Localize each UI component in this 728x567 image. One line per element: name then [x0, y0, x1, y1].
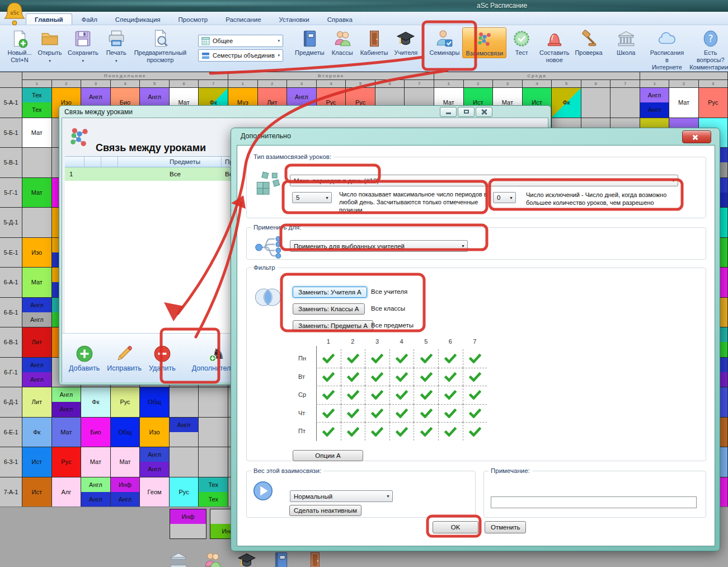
lesson-cell[interactable]: Геом	[140, 477, 170, 508]
lesson-cell[interactable]: АнглАнгл	[140, 447, 170, 477]
lesson-cell[interactable]: Фк	[552, 88, 581, 118]
ribbon-button-bank[interactable]: Школа	[611, 27, 641, 57]
day-period-checkbox[interactable]	[463, 349, 487, 368]
ribbon-tab-7[interactable]: Справка	[319, 14, 361, 25]
class-row-label[interactable]: 6-В-1	[0, 327, 22, 358]
day-period-checkbox[interactable]	[438, 386, 463, 404]
day-period-checkbox[interactable]	[316, 422, 341, 441]
lesson-cell[interactable]: Мат	[22, 268, 52, 298]
class-row-label[interactable]: 5-В-1	[0, 148, 22, 178]
apply-for-select[interactable]: Применить для выбранных учителей▼	[290, 240, 468, 252]
ribbon-button-siren[interactable]: Составитьновое	[537, 27, 572, 64]
maximize-button[interactable]	[458, 107, 475, 117]
column-header-subjects[interactable]: Предметы	[118, 157, 222, 167]
day-period-checkbox[interactable]	[341, 422, 365, 441]
class-row-label[interactable]: 5-Д-1	[0, 208, 22, 238]
day-period-checkbox[interactable]	[414, 368, 438, 386]
day-period-checkbox[interactable]	[341, 404, 365, 423]
lesson-cell[interactable]: Мат	[22, 118, 52, 148]
lesson-cell[interactable]: Рус	[170, 477, 199, 508]
lesson-cell[interactable]: Рус	[699, 88, 728, 118]
day-period-checkbox[interactable]	[316, 386, 341, 404]
lesson-cell[interactable]	[170, 387, 199, 418]
ribbon-tab-3[interactable]: Спецификация	[107, 14, 169, 25]
day-period-checkbox[interactable]	[463, 422, 487, 441]
ribbon-button-doc-zoom[interactable]: Предварительныйпросмотр	[131, 27, 189, 64]
lesson-cell[interactable]	[610, 88, 640, 118]
lesson-cell[interactable]: ИнфАнгл	[111, 477, 140, 508]
day-period-checkbox[interactable]	[463, 386, 487, 404]
ribbon-button-doc-plus[interactable]: Новый...Ctrl+N	[4, 27, 35, 64]
link-toolbar-minus-circle-button[interactable]: Удалить	[149, 344, 176, 372]
class-row-label[interactable]: 7-А-1	[0, 477, 22, 508]
day-period-checkbox[interactable]	[365, 404, 389, 423]
day-period-checkbox[interactable]	[414, 404, 438, 423]
day-period-checkbox[interactable]	[438, 349, 463, 368]
day-period-checkbox[interactable]	[341, 349, 365, 368]
day-period-checkbox[interactable]	[316, 368, 341, 386]
day-period-checkbox[interactable]	[438, 404, 463, 423]
lesson-cell[interactable]: АнглАнгл	[22, 358, 52, 388]
lesson-cell[interactable]: АнглАнгл	[81, 477, 111, 508]
day-period-checkbox[interactable]	[414, 386, 438, 404]
lesson-cell[interactable]: АнглАнгл	[22, 298, 52, 328]
day-period-checkbox[interactable]	[365, 422, 389, 441]
lesson-cell[interactable]	[199, 418, 228, 448]
note-input[interactable]	[491, 496, 697, 508]
class-row-label[interactable]: 6-З-1	[0, 447, 22, 477]
day-period-checkbox[interactable]	[414, 349, 438, 368]
lesson-cell[interactable]: Рус	[52, 447, 82, 477]
link-toolbar-plus-circle-button[interactable]: Добавить	[69, 344, 100, 372]
minimize-button[interactable]	[440, 107, 457, 117]
lesson-cell[interactable]: Изо	[22, 238, 52, 268]
weight-select[interactable]: Нормальный▼	[290, 490, 393, 502]
lesson-cell[interactable]: Фк	[81, 387, 111, 418]
students-icon[interactable]	[203, 551, 222, 567]
lesson-cell[interactable]: Ист	[22, 447, 52, 477]
class-row-label[interactable]: 6-Б-1	[0, 298, 22, 328]
lesson-cell[interactable]: ТехТех	[22, 88, 52, 118]
day-period-checkbox[interactable]	[341, 386, 365, 404]
lesson-cell[interactable]: АнглАнгл	[640, 88, 669, 118]
day-period-checkbox[interactable]	[463, 404, 487, 423]
lesson-cell[interactable]: Мат	[111, 447, 140, 477]
ok-button[interactable]: OK	[433, 521, 478, 533]
class-row-label[interactable]: 6-Г-1	[0, 358, 22, 388]
replace-button[interactable]: Заменить: Учителя А	[293, 287, 367, 298]
day-period-checkbox[interactable]	[389, 404, 414, 423]
close-button[interactable]	[682, 130, 711, 143]
class-row-label[interactable]: 6-А-1	[0, 268, 22, 298]
day-period-checkbox[interactable]	[414, 422, 438, 441]
relation-type-select[interactable]: Макс. периодов в день (#10)▼	[290, 175, 678, 186]
lesson-cell[interactable]: Био	[81, 418, 111, 448]
ribbon-button-folder[interactable]: Открыть▾	[35, 27, 65, 64]
ribbon-button-grad-cap[interactable]: Учителя	[391, 27, 421, 57]
class-row-label[interactable]: 5-Б-1	[0, 118, 22, 148]
deactivate-button[interactable]: Сделать неактивным	[289, 505, 361, 516]
class-row-label[interactable]: 5-Е-1	[0, 238, 22, 268]
ribbon-button-students[interactable]: Классы	[327, 27, 358, 57]
exceptions-select[interactable]: 0▼	[493, 192, 516, 203]
close-button[interactable]	[476, 107, 492, 117]
ribbon-button-printer[interactable]: Печать▾	[101, 27, 131, 64]
ribbon-button-door[interactable]: Кабинеты	[358, 27, 391, 57]
replace-button[interactable]: Заменить: Предметы А	[293, 320, 373, 331]
day-period-checkbox[interactable]	[365, 386, 389, 404]
lesson-cell[interactable]	[22, 148, 52, 178]
lesson-cell[interactable]	[22, 208, 52, 238]
lesson-cell[interactable]	[199, 447, 228, 477]
day-period-checkbox[interactable]	[389, 386, 414, 404]
day-period-checkbox[interactable]	[365, 349, 389, 368]
bank-icon[interactable]	[169, 551, 188, 567]
advanced-dialog-titlebar[interactable]: Дополнительно	[231, 128, 720, 145]
lesson-cell[interactable]: Лит	[22, 327, 52, 358]
class-row-label[interactable]: 6-Д-1	[0, 387, 22, 418]
day-period-checkbox[interactable]	[389, 422, 414, 441]
lesson-cell[interactable]	[170, 447, 199, 477]
link-toolbar-pencil-button[interactable]: Исправить	[107, 344, 142, 372]
ribbon-button-book[interactable]: Предметы	[292, 27, 327, 57]
lesson-cell[interactable]	[581, 88, 611, 118]
ribbon-button-gavel[interactable]: Проверка	[572, 27, 605, 57]
day-period-checkbox[interactable]	[438, 422, 463, 441]
lesson-cell[interactable]: Общ	[140, 387, 170, 418]
